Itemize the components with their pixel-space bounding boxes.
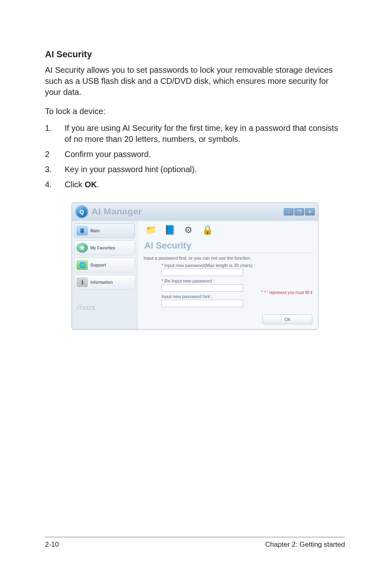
step-number: 4. (45, 179, 65, 190)
step-text-c: . (97, 180, 99, 189)
step-4: 4. Click OK. (45, 179, 345, 190)
toolbar-folder-icon[interactable]: 📁 (144, 224, 157, 236)
row-password-hint: Input new password hint : (161, 294, 314, 307)
minimize-button[interactable]: – (284, 208, 294, 215)
row-new-password: * Input new password(Max length is 20 ch… (161, 263, 314, 276)
sidebar-item-main[interactable]: 🖥 Main (74, 223, 135, 238)
reinput-password-input[interactable] (161, 284, 243, 292)
toolbar: 📁 📘 ⚙ 🔒 (142, 222, 314, 240)
toolbar-gear-icon[interactable]: ⚙ (182, 224, 195, 236)
page-footer: 2-10 Chapter 2: Getting started (45, 537, 345, 549)
close-button[interactable]: ✕ (305, 208, 315, 215)
row-label: Input new password hint : (161, 294, 213, 299)
window-body: 🖥 Main ★ My Favorites 🌐 Support ℹ Inform… (72, 221, 318, 329)
ai-manager-window: Q AI Manager – ❐ ✕ 🖥 Main ★ My Favorites (72, 202, 318, 330)
chapter-label: Chapter 2: Getting started (265, 541, 345, 549)
steps-list: 1. If you are using AI Security for the … (45, 123, 345, 190)
toolbar-lock-icon[interactable]: 🔒 (201, 224, 214, 236)
title-left: Q AI Manager (75, 205, 142, 218)
sidebar-item-favorites[interactable]: ★ My Favorites (74, 240, 135, 255)
toolbar-book-icon[interactable]: 📘 (163, 224, 176, 236)
password-hint-input[interactable] (161, 300, 243, 307)
required-asterisk: * (161, 263, 163, 268)
window-controls: – ❐ ✕ (284, 208, 315, 215)
titlebar: Q AI Manager – ❐ ✕ (72, 203, 318, 221)
step-number: 2 (45, 149, 65, 160)
step-text: Confirm your password. (65, 149, 345, 160)
intro-paragraph: AI Security allows you to set passwords … (45, 65, 345, 98)
step-text-bold: OK (85, 180, 97, 189)
step-2: 2 Confirm your password. (45, 149, 345, 160)
brand-logo: /isus (74, 303, 135, 312)
sidebar-item-label: My Favorites (90, 246, 115, 250)
sidebar-item-information[interactable]: ℹ Information (74, 275, 135, 290)
sidebar-item-support[interactable]: 🌐 Support (74, 258, 135, 272)
page-number: 2-10 (45, 541, 59, 549)
ok-button[interactable]: Ok (262, 314, 312, 324)
step-number: 1. (45, 123, 65, 145)
information-icon: ℹ (76, 277, 88, 287)
window-title: AI Manager (92, 206, 142, 217)
step-3: 3. Key in your password hint (optional). (45, 164, 345, 175)
section-title: AI Security (45, 49, 345, 60)
row-reinput-password: * Re-Input new password : (161, 278, 314, 292)
row-label: Re-Input new password : (164, 278, 214, 283)
panel-title: AI Security (142, 240, 314, 253)
sidebar-item-label: Support (90, 263, 106, 267)
required-asterisk: * (161, 278, 163, 283)
favorites-icon: ★ (76, 243, 88, 253)
main-icon: 🖥 (76, 226, 88, 236)
page: AI Security AI Security allows you to se… (0, 0, 390, 588)
step-text: Key in your password hint (optional). (65, 164, 345, 175)
step-text: Click OK. (65, 179, 345, 190)
required-note: " * " represent you must fill it (261, 290, 312, 295)
support-icon: 🌐 (76, 260, 88, 270)
step-1: 1. If you are using AI Security for the … (45, 123, 345, 145)
panel-instruction: Input a password first, or you can not u… (143, 256, 314, 260)
maximize-button[interactable]: ❐ (294, 208, 304, 215)
step-text-a: Click (65, 180, 85, 189)
sidebar-item-label: Main (90, 229, 100, 233)
app-logo-icon: Q (75, 205, 88, 218)
row-label: Input new password(Max length is 20 char… (164, 263, 255, 268)
lock-intro: To lock a device: (45, 106, 345, 117)
new-password-input[interactable] (161, 269, 243, 276)
step-number: 3. (45, 164, 65, 175)
sidebar-item-label: Information (90, 280, 113, 285)
content-panel: 📁 📘 ⚙ 🔒 AI Security Input a password fir… (137, 221, 318, 329)
step-text: If you are using AI Security for the fir… (65, 123, 345, 145)
sidebar: 🖥 Main ★ My Favorites 🌐 Support ℹ Inform… (72, 221, 137, 329)
